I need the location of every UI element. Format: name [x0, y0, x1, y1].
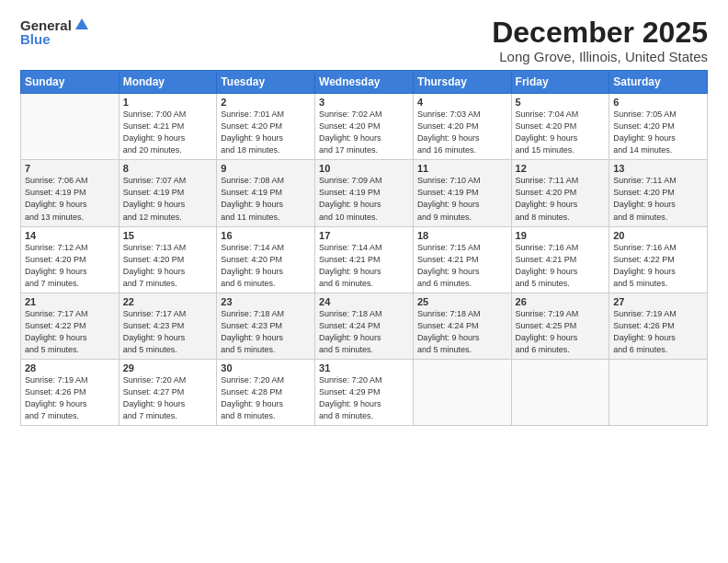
week-row-3: 14Sunrise: 7:12 AM Sunset: 4:20 PM Dayli…	[21, 226, 708, 293]
location: Long Grove, Illinois, United States	[492, 49, 708, 64]
day-info: Sunrise: 7:18 AM Sunset: 4:24 PM Dayligh…	[319, 308, 409, 356]
day-cell: 13Sunrise: 7:11 AM Sunset: 4:20 PM Dayli…	[609, 160, 708, 226]
day-cell	[21, 94, 119, 160]
col-header-monday: Monday	[119, 71, 217, 94]
day-cell: 28Sunrise: 7:19 AM Sunset: 4:26 PM Dayli…	[21, 359, 119, 425]
day-cell: 29Sunrise: 7:20 AM Sunset: 4:27 PM Dayli…	[119, 359, 217, 425]
day-number: 6	[613, 97, 703, 108]
day-number: 1	[123, 97, 213, 108]
day-info: Sunrise: 7:03 AM Sunset: 4:20 PM Dayligh…	[417, 109, 507, 156]
logo-blue: Blue	[20, 31, 51, 47]
day-info: Sunrise: 7:20 AM Sunset: 4:29 PM Dayligh…	[319, 374, 409, 422]
day-info: Sunrise: 7:11 AM Sunset: 4:20 PM Dayligh…	[613, 175, 703, 223]
day-cell: 20Sunrise: 7:16 AM Sunset: 4:22 PM Dayli…	[609, 226, 708, 293]
day-cell: 21Sunrise: 7:17 AM Sunset: 4:22 PM Dayli…	[21, 293, 119, 359]
day-number: 20	[613, 230, 703, 241]
week-row-2: 7Sunrise: 7:06 AM Sunset: 4:19 PM Daylig…	[21, 160, 708, 226]
day-number: 18	[417, 230, 507, 241]
day-number: 21	[25, 296, 115, 307]
day-info: Sunrise: 7:02 AM Sunset: 4:20 PM Dayligh…	[319, 109, 409, 156]
day-number: 15	[123, 230, 213, 241]
day-info: Sunrise: 7:19 AM Sunset: 4:25 PM Dayligh…	[516, 308, 606, 356]
day-cell	[511, 359, 609, 425]
day-info: Sunrise: 7:10 AM Sunset: 4:19 PM Dayligh…	[417, 175, 507, 223]
week-row-5: 28Sunrise: 7:19 AM Sunset: 4:26 PM Dayli…	[21, 359, 708, 425]
week-row-1: 1Sunrise: 7:00 AM Sunset: 4:21 PM Daylig…	[21, 94, 708, 160]
day-number: 16	[221, 230, 311, 241]
day-cell: 3Sunrise: 7:02 AM Sunset: 4:20 PM Daylig…	[315, 94, 414, 160]
day-cell: 5Sunrise: 7:04 AM Sunset: 4:20 PM Daylig…	[511, 94, 609, 160]
day-number: 27	[613, 296, 703, 307]
day-number: 2	[221, 97, 311, 108]
day-info: Sunrise: 7:14 AM Sunset: 4:20 PM Dayligh…	[221, 242, 311, 290]
page: General Blue December 2025 Long Grove, I…	[0, 0, 728, 563]
day-number: 31	[319, 362, 409, 373]
day-number: 26	[516, 296, 606, 307]
day-info: Sunrise: 7:19 AM Sunset: 4:26 PM Dayligh…	[25, 374, 115, 422]
day-cell: 16Sunrise: 7:14 AM Sunset: 4:20 PM Dayli…	[217, 226, 315, 293]
day-cell: 1Sunrise: 7:00 AM Sunset: 4:21 PM Daylig…	[119, 94, 217, 160]
day-cell: 23Sunrise: 7:18 AM Sunset: 4:23 PM Dayli…	[217, 293, 315, 359]
day-number: 28	[25, 362, 115, 373]
col-header-wednesday: Wednesday	[315, 71, 414, 94]
day-info: Sunrise: 7:08 AM Sunset: 4:19 PM Dayligh…	[221, 175, 311, 223]
day-number: 14	[25, 230, 115, 241]
day-info: Sunrise: 7:09 AM Sunset: 4:19 PM Dayligh…	[319, 175, 409, 223]
day-info: Sunrise: 7:05 AM Sunset: 4:20 PM Dayligh…	[613, 109, 703, 156]
day-cell: 10Sunrise: 7:09 AM Sunset: 4:19 PM Dayli…	[315, 160, 414, 226]
week-row-4: 21Sunrise: 7:17 AM Sunset: 4:22 PM Dayli…	[21, 293, 708, 359]
day-info: Sunrise: 7:17 AM Sunset: 4:23 PM Dayligh…	[123, 308, 213, 356]
day-info: Sunrise: 7:16 AM Sunset: 4:21 PM Dayligh…	[516, 242, 606, 290]
day-number: 13	[613, 163, 703, 174]
day-info: Sunrise: 7:16 AM Sunset: 4:22 PM Dayligh…	[613, 242, 703, 290]
day-info: Sunrise: 7:20 AM Sunset: 4:28 PM Dayligh…	[221, 374, 311, 422]
day-cell: 17Sunrise: 7:14 AM Sunset: 4:21 PM Dayli…	[315, 226, 414, 293]
day-cell: 19Sunrise: 7:16 AM Sunset: 4:21 PM Dayli…	[511, 226, 609, 293]
day-number: 25	[417, 296, 507, 307]
day-info: Sunrise: 7:19 AM Sunset: 4:26 PM Dayligh…	[613, 308, 703, 356]
day-number: 3	[319, 97, 409, 108]
day-cell	[413, 359, 511, 425]
month-title: December 2025	[492, 17, 708, 49]
col-header-tuesday: Tuesday	[217, 71, 315, 94]
day-cell: 9Sunrise: 7:08 AM Sunset: 4:19 PM Daylig…	[217, 160, 315, 226]
day-info: Sunrise: 7:15 AM Sunset: 4:21 PM Dayligh…	[417, 242, 507, 290]
day-number: 12	[516, 163, 606, 174]
day-cell: 27Sunrise: 7:19 AM Sunset: 4:26 PM Dayli…	[609, 293, 708, 359]
day-info: Sunrise: 7:14 AM Sunset: 4:21 PM Dayligh…	[319, 242, 409, 290]
day-cell: 2Sunrise: 7:01 AM Sunset: 4:20 PM Daylig…	[217, 94, 315, 160]
svg-marker-0	[75, 18, 88, 29]
day-info: Sunrise: 7:01 AM Sunset: 4:20 PM Dayligh…	[221, 109, 311, 156]
day-number: 8	[123, 163, 213, 174]
day-number: 17	[319, 230, 409, 241]
day-cell: 24Sunrise: 7:18 AM Sunset: 4:24 PM Dayli…	[315, 293, 414, 359]
day-info: Sunrise: 7:07 AM Sunset: 4:19 PM Dayligh…	[123, 175, 213, 223]
day-cell: 14Sunrise: 7:12 AM Sunset: 4:20 PM Dayli…	[21, 226, 119, 293]
day-cell: 4Sunrise: 7:03 AM Sunset: 4:20 PM Daylig…	[413, 94, 511, 160]
col-header-thursday: Thursday	[413, 71, 511, 94]
calendar-table: SundayMondayTuesdayWednesdayThursdayFrid…	[20, 70, 708, 426]
day-cell: 22Sunrise: 7:17 AM Sunset: 4:23 PM Dayli…	[119, 293, 217, 359]
day-number: 19	[516, 230, 606, 241]
day-number: 4	[417, 97, 507, 108]
day-number: 22	[123, 296, 213, 307]
day-cell: 26Sunrise: 7:19 AM Sunset: 4:25 PM Dayli…	[511, 293, 609, 359]
day-cell: 25Sunrise: 7:18 AM Sunset: 4:24 PM Dayli…	[413, 293, 511, 359]
day-info: Sunrise: 7:06 AM Sunset: 4:19 PM Dayligh…	[25, 175, 115, 223]
day-cell: 15Sunrise: 7:13 AM Sunset: 4:20 PM Dayli…	[119, 226, 217, 293]
day-number: 9	[221, 163, 311, 174]
col-header-sunday: Sunday	[21, 71, 119, 94]
col-header-friday: Friday	[511, 71, 609, 94]
logo-general: General	[20, 17, 72, 33]
header: General Blue December 2025 Long Grove, I…	[20, 17, 708, 64]
header-row: SundayMondayTuesdayWednesdayThursdayFrid…	[21, 71, 708, 94]
day-info: Sunrise: 7:12 AM Sunset: 4:20 PM Dayligh…	[25, 242, 115, 290]
day-cell: 12Sunrise: 7:11 AM Sunset: 4:20 PM Dayli…	[511, 160, 609, 226]
day-cell: 30Sunrise: 7:20 AM Sunset: 4:28 PM Dayli…	[217, 359, 315, 425]
day-cell	[609, 359, 708, 425]
day-info: Sunrise: 7:11 AM Sunset: 4:20 PM Dayligh…	[516, 175, 606, 223]
day-info: Sunrise: 7:13 AM Sunset: 4:20 PM Dayligh…	[123, 242, 213, 290]
day-cell: 18Sunrise: 7:15 AM Sunset: 4:21 PM Dayli…	[413, 226, 511, 293]
day-number: 30	[221, 362, 311, 373]
day-info: Sunrise: 7:17 AM Sunset: 4:22 PM Dayligh…	[25, 308, 115, 356]
